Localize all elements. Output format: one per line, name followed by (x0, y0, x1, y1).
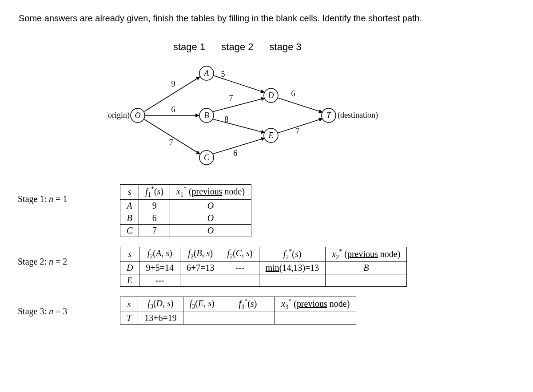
svg-text:D: D (268, 91, 274, 100)
cell: O (170, 224, 251, 237)
stage2-label: Stage 2: n = 2 (18, 247, 120, 267)
cell (221, 274, 259, 287)
cell (221, 312, 275, 324)
cell (183, 312, 221, 324)
cell: s (120, 247, 139, 262)
cell: x3* (previous node) (275, 297, 356, 312)
cell: 7 (139, 224, 170, 237)
cell: s (120, 297, 138, 312)
cell: D (120, 262, 139, 274)
cell: T (120, 312, 138, 324)
svg-line-8 (277, 119, 322, 133)
cell: f1*(s) (139, 185, 170, 200)
svg-text:(origin): (origin) (107, 111, 130, 120)
cell (180, 274, 221, 287)
svg-text:C: C (204, 153, 210, 162)
cell: f3*(s) (221, 297, 275, 312)
stage2-row: Stage 2: n = 2 s f2(A, s) f2(B, s) f2(C,… (18, 247, 515, 287)
cell: f2(A, s) (139, 247, 180, 262)
cell: 6 (139, 212, 170, 224)
cell: 9 (139, 199, 170, 212)
cell: f3(D, s) (138, 297, 183, 312)
stage3-table: s f3(D, s) f3(E, s) f3*(s) x3* (previous… (120, 297, 356, 325)
svg-line-5 (212, 119, 265, 133)
stage1-row: Stage 1: n = 1 s f1*(s) x1* (previous no… (18, 184, 515, 237)
cell: B (326, 262, 407, 274)
cell (275, 312, 356, 324)
svg-text:B: B (204, 111, 209, 120)
prompt-text: Some answers are already given, finish t… (18, 13, 515, 24)
cell (326, 274, 407, 287)
cell: O (170, 212, 251, 224)
cell: 9+5=14 (139, 262, 180, 274)
cell: f2(B, s) (180, 247, 221, 262)
cell: x1* (previous node) (170, 185, 251, 200)
cell: E (120, 274, 139, 287)
stage3-label: Stage 3: n = 3 (18, 297, 120, 317)
cell: --- (221, 262, 259, 274)
svg-text:O: O (135, 111, 141, 120)
network-diagram: stage 1 stage 2 stage 3 (107, 41, 515, 171)
cell: C (120, 224, 139, 237)
cell: --- (139, 274, 180, 287)
svg-text:7: 7 (229, 94, 233, 103)
svg-text:5: 5 (221, 70, 225, 79)
cell: s (120, 185, 139, 200)
cell: f2(C, s) (221, 247, 259, 262)
svg-text:6: 6 (234, 149, 238, 158)
svg-text:(destination): (destination) (338, 111, 378, 120)
svg-text:A: A (204, 69, 210, 78)
svg-text:E: E (268, 131, 274, 140)
graph-svg: O A B C D E T 9 6 7 5 7 8 6 6 7 (origin)… (107, 55, 418, 171)
cell (259, 274, 326, 287)
svg-line-2 (144, 119, 200, 154)
cell: f2*(s) (259, 247, 326, 262)
stage-labels: stage 1 stage 2 stage 3 (173, 41, 515, 53)
cell: x2* (previous node) (326, 247, 407, 262)
svg-line-4 (212, 98, 265, 112)
cell: 13+6=19 (138, 312, 183, 324)
text-cursor-icon (18, 13, 18, 23)
cell: A (120, 199, 139, 212)
cell: f3(E, s) (183, 297, 221, 312)
svg-text:6: 6 (171, 105, 175, 114)
cell: min(14,13)=13 (259, 262, 326, 274)
stage3-row: Stage 3: n = 3 s f3(D, s) f3(E, s) f3*(s… (18, 297, 515, 325)
cell: B (120, 212, 139, 224)
cell: O (170, 199, 251, 212)
svg-text:9: 9 (171, 79, 175, 88)
svg-line-6 (212, 138, 265, 154)
svg-text:7: 7 (169, 138, 173, 147)
svg-text:7: 7 (296, 127, 300, 135)
svg-text:8: 8 (225, 115, 229, 124)
stage2-table: s f2(A, s) f2(B, s) f2(C, s) f2*(s) x2* … (120, 247, 407, 287)
svg-line-7 (277, 98, 322, 112)
stage1-table: s f1*(s) x1* (previous node) A9O B6O C7O (120, 184, 251, 237)
svg-text:6: 6 (291, 89, 295, 98)
stage1-label: Stage 1: n = 1 (18, 184, 120, 204)
cell: 6+7=13 (180, 262, 221, 274)
